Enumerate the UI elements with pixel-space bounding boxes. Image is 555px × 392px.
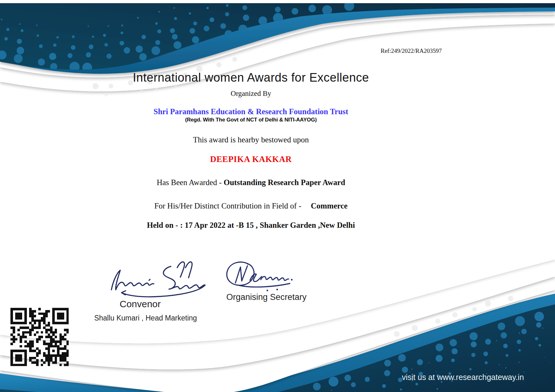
convenor-title: Convenor bbox=[120, 299, 161, 309]
certificate-page: { "certificate": { "ref": "Ref:249/2022/… bbox=[0, 0, 555, 392]
field-value: Commerce bbox=[311, 202, 347, 210]
halftone-dots-top bbox=[0, 1, 354, 72]
certificate-title: International women Awards for Excellenc… bbox=[0, 71, 502, 84]
award-line: Has Been Awarded - Outstanding Research … bbox=[0, 178, 502, 187]
website-note: visit us at www.researchgateway.in bbox=[402, 373, 524, 382]
convenor-name: Shallu Kumari , Head Marketing bbox=[94, 314, 197, 322]
organized-by-label: Organized By bbox=[0, 90, 502, 98]
white-ribbon-c bbox=[0, 253, 555, 392]
convenor-signature-icon bbox=[111, 262, 205, 297]
bottom-wave-banner bbox=[0, 253, 555, 392]
top-margin bbox=[0, 0, 555, 3]
blue-wave-left bbox=[0, 373, 209, 392]
qr-code bbox=[10, 308, 69, 366]
secretary-signature-icon bbox=[227, 262, 293, 291]
bestowed-line: This award is hearby bestowed upon bbox=[0, 135, 502, 144]
blue-wave-band bbox=[0, 0, 555, 74]
field-line: For His/Her Distinct Contribution in Fie… bbox=[0, 202, 502, 210]
registration-note: (Regd. With The Govt of NCT of Delhi & N… bbox=[0, 117, 502, 123]
event-line: Held on - : 17 Apr 2022 at -B 15 , Shank… bbox=[0, 221, 502, 230]
recipient-name: DEEPIKA KAKKAR bbox=[0, 154, 502, 164]
white-ribbon-d bbox=[0, 253, 555, 370]
qr-code-image bbox=[10, 308, 69, 366]
dark-wave-mass bbox=[0, 0, 555, 70]
white-ribbon-a bbox=[0, 0, 555, 78]
organization-name: Shri Paramhans Education & Research Foun… bbox=[0, 107, 502, 116]
secretary-title: Organising Secretary bbox=[226, 292, 307, 302]
signatures-overlay bbox=[0, 0, 555, 392]
halftone-dots-bottom-light bbox=[394, 296, 514, 337]
dark-wave-left bbox=[0, 389, 209, 392]
field-prefix: For His/Her Distinct Contribution in Fie… bbox=[154, 202, 302, 210]
reference-number: Ref:249/2022/RA203597 bbox=[381, 47, 514, 54]
award-name: Outstanding Research Paper Award bbox=[224, 178, 345, 187]
award-prefix: Has Been Awarded - bbox=[157, 178, 224, 187]
